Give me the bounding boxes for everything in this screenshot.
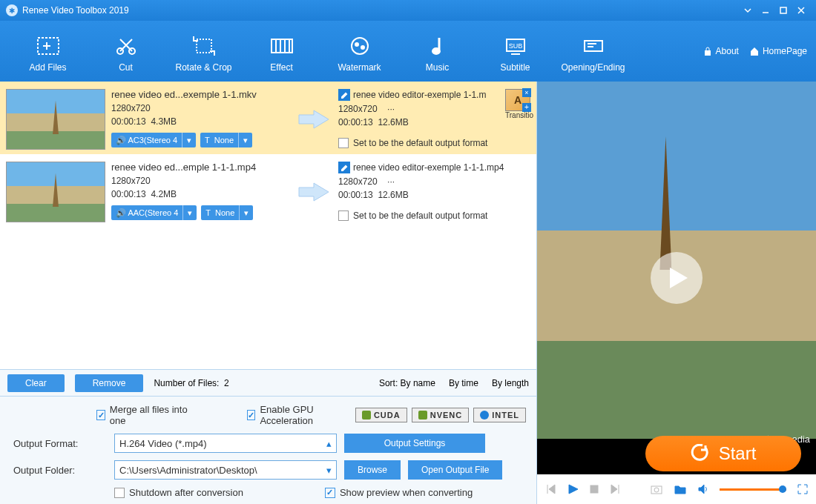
edit-icon[interactable] xyxy=(338,89,350,101)
edit-icon[interactable] xyxy=(338,162,350,173)
tool-label: Effect xyxy=(243,62,320,73)
svg-text:SUB: SUB xyxy=(508,42,522,50)
svg-point-6 xyxy=(352,38,368,54)
tool-label: Watermark xyxy=(320,62,398,73)
effect-button[interactable]: Effect xyxy=(243,30,320,73)
svg-rect-4 xyxy=(197,39,211,53)
tool-label: Add Files xyxy=(9,62,87,73)
shutdown-checkbox[interactable]: Shutdown after conversion xyxy=(114,487,243,498)
svg-rect-14 xyxy=(590,485,598,493)
chevron-down-icon: ▾ xyxy=(326,465,332,476)
file-row[interactable]: renee video ed...emple 1-1-1.mp4 1280x72… xyxy=(0,154,536,227)
app-title: Renee Video Toolbox 2019 xyxy=(22,5,129,16)
about-link[interactable]: About xyxy=(703,46,739,56)
watermark-button[interactable]: Watermark xyxy=(320,30,398,73)
audio-dropdown[interactable]: 🔊 AAC(Stereo 4▾ xyxy=(111,205,197,220)
open-folder-button[interactable] xyxy=(674,483,687,495)
output-name: renee video editor-exemple 1-1-1.mp4 xyxy=(353,162,504,173)
transition-close-icon[interactable]: × xyxy=(522,88,531,97)
subtitle-button[interactable]: SUB Subtitle xyxy=(476,30,554,73)
homepage-link[interactable]: HomePage xyxy=(749,46,807,56)
bottom-panel: ✓Merge all files into one ✓Enable GPU Ac… xyxy=(0,396,536,504)
cut-button[interactable]: Cut xyxy=(87,30,165,73)
home-icon xyxy=(749,46,760,56)
svg-point-16 xyxy=(654,488,659,492)
add-files-button[interactable]: Add Files xyxy=(9,30,87,73)
list-controls: Clear Remove Number of Files: 2 Sort: By… xyxy=(0,369,536,396)
sort-by-length[interactable]: By length xyxy=(492,378,529,388)
output-format-label: Output Format: xyxy=(10,438,107,449)
rotate-crop-button[interactable]: Rotate & Crop xyxy=(165,30,243,73)
output-folder-dropdown[interactable]: C:\Users\Administrator\Desktop\▾ xyxy=(114,460,337,480)
file-count-label: Number of Files: 2 xyxy=(154,378,228,388)
clear-button[interactable]: Clear xyxy=(7,374,65,392)
title-bar: ✱ Renee Video Toolbox 2019 xyxy=(0,0,816,21)
gpu-checkbox[interactable]: ✓Enable GPU Acceleration xyxy=(247,404,348,426)
chevron-up-icon: ▴ xyxy=(326,438,332,449)
arrow-icon xyxy=(295,89,332,150)
maximize-button[interactable] xyxy=(774,3,792,18)
transition-add-icon[interactable]: + xyxy=(522,103,531,112)
audio-dropdown[interactable]: 🔊 AC3(Stereo 4▾ xyxy=(111,133,196,147)
snapshot-button[interactable] xyxy=(650,483,663,495)
volume-slider[interactable] xyxy=(720,488,786,491)
file-row[interactable]: renee video ed...exemple 1-1.mkv 1280x72… xyxy=(0,82,536,154)
transition-box[interactable]: ×+Transitio xyxy=(505,89,530,119)
preview-panel: ✶ Expedia xyxy=(537,82,816,474)
arrow-icon xyxy=(295,162,332,222)
default-format-checkbox[interactable]: Set to be the default output format xyxy=(338,210,530,221)
default-format-checkbox[interactable]: Set to be the default output format xyxy=(338,138,530,148)
file-name: renee video ed...emple 1-1-1.mp4 xyxy=(111,162,289,173)
svg-rect-13 xyxy=(705,50,711,56)
output-settings-button[interactable]: Output Settings xyxy=(344,434,485,453)
opening-ending-button[interactable]: Opening/Ending xyxy=(554,30,632,73)
file-thumbnail xyxy=(6,162,105,222)
volume-icon[interactable] xyxy=(697,483,709,495)
output-folder-label: Output Folder: xyxy=(10,465,107,476)
output-duration-size: 00:00:13 12.6MB xyxy=(338,190,530,200)
file-resolution: 1280x720 xyxy=(111,103,289,113)
music-button[interactable]: Music xyxy=(398,30,476,73)
file-resolution: 1280x720 xyxy=(111,176,289,186)
main-toolbar: Add Files Cut Rotate & Crop Effect Water… xyxy=(0,21,816,82)
file-duration-size: 00:00:13 4.3MB xyxy=(111,116,289,127)
show-preview-checkbox[interactable]: ✓Show preview when converting xyxy=(325,487,473,498)
browse-button[interactable]: Browse xyxy=(344,460,401,480)
subtitle-dropdown[interactable]: T None▾ xyxy=(201,205,253,220)
player-controls xyxy=(537,474,816,504)
app-logo-icon: ✱ xyxy=(6,4,18,16)
prev-button[interactable] xyxy=(544,483,556,495)
output-name: renee video editor-exemple 1-1.m xyxy=(353,90,486,100)
tool-label: Opening/Ending xyxy=(554,62,632,73)
output-resolution: 1280x720 ··· xyxy=(338,176,530,187)
sort-label: Sort: By name xyxy=(379,378,435,388)
file-duration-size: 00:00:13 4.2MB xyxy=(111,189,289,199)
intel-badge: INTEL xyxy=(473,408,526,422)
svg-point-8 xyxy=(361,46,364,49)
cuda-badge: CUDA xyxy=(355,408,407,422)
play-overlay-button[interactable] xyxy=(651,252,703,304)
file-thumbnail xyxy=(6,89,105,150)
tool-label: Subtitle xyxy=(476,62,554,73)
svg-rect-0 xyxy=(780,7,786,13)
merge-checkbox[interactable]: ✓Merge all files into one xyxy=(96,404,188,426)
play-button[interactable] xyxy=(567,483,579,495)
minimize-button[interactable] xyxy=(757,3,774,18)
sort-by-time[interactable]: By time xyxy=(449,378,478,388)
output-duration-size: 00:00:13 12.6MB xyxy=(338,117,530,127)
tool-label: Cut xyxy=(87,62,165,73)
open-output-button[interactable]: Open Output File xyxy=(408,460,502,480)
subtitle-dropdown[interactable]: T None▾ xyxy=(200,133,252,147)
file-list: renee video ed...exemple 1-1.mkv 1280x72… xyxy=(0,82,536,369)
next-button[interactable] xyxy=(610,483,622,495)
tool-label: Rotate & Crop xyxy=(165,62,243,73)
stop-button[interactable] xyxy=(589,484,599,494)
remove-button[interactable]: Remove xyxy=(75,374,144,392)
output-format-dropdown[interactable]: H.264 Video (*.mp4)▴ xyxy=(114,434,337,453)
gpu-badges: CUDA NVENC INTEL xyxy=(355,408,526,422)
start-button[interactable]: Start xyxy=(645,436,801,471)
dropdown-icon[interactable] xyxy=(739,3,757,18)
close-button[interactable] xyxy=(792,3,810,18)
lock-icon xyxy=(703,46,713,56)
fullscreen-button[interactable] xyxy=(797,483,809,495)
